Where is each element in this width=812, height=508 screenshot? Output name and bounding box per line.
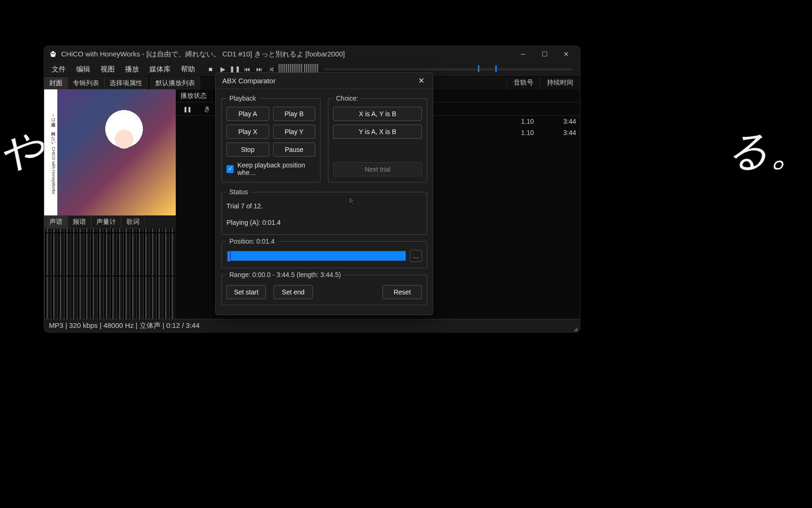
- y-is-a-button[interactable]: Y is A, X is B: [333, 125, 422, 139]
- menu-edit[interactable]: 编辑: [71, 63, 95, 76]
- viz-tab-spectrum[interactable]: 频谱: [68, 215, 91, 229]
- status-group: Status Trial 7 of 12. Playing (A): 0:01.…: [221, 188, 427, 235]
- dialog-title: ABX Comparator: [222, 77, 275, 85]
- set-end-button[interactable]: Set end: [273, 285, 313, 299]
- tab-properties[interactable]: 选择项属性: [104, 77, 148, 89]
- svg-point-0: [52, 53, 53, 54]
- stop-button[interactable]: Stop: [226, 143, 269, 157]
- play-y-button[interactable]: Play Y: [273, 125, 316, 139]
- pause-button[interactable]: Pause: [273, 143, 316, 157]
- background-glyph-right: る。: [726, 122, 812, 180]
- playback-state-header[interactable]: 播放状态: [176, 90, 212, 102]
- tab-album-list[interactable]: 专辑列表: [68, 77, 104, 89]
- viz-tab-lyrics[interactable]: 歌词: [121, 215, 145, 229]
- position-legend: Position: 0:01.4: [226, 238, 278, 245]
- playback-group: Playback Play A Play B Play X Play Y Sto…: [221, 95, 320, 183]
- stop-icon[interactable]: ■: [205, 64, 216, 74]
- close-button[interactable]: ✕: [555, 46, 577, 62]
- position-thumb[interactable]: [227, 251, 231, 262]
- choice-legend: Choice:: [333, 95, 361, 102]
- x-is-a-button[interactable]: X is A, Y is B: [333, 107, 422, 121]
- now-playing-title: き: [199, 103, 216, 115]
- statusbar: MP3 | 320 kbps | 48000 Hz | 立体声 | 0:12 /…: [44, 319, 580, 332]
- col-track-no[interactable]: 音轨号: [507, 77, 540, 89]
- playback-legend: Playback: [226, 95, 259, 102]
- choice-group: Choice: X is A, Y is B Y is A, X is B Ne…: [328, 95, 427, 183]
- status-legend: Status: [226, 188, 251, 196]
- background-glyph-left: や: [0, 122, 43, 180]
- statusbar-text: MP3 | 320 kbps | 48000 Hz | 立体声 | 0:12 /…: [49, 321, 200, 330]
- position-more-button[interactable]: …: [410, 250, 422, 262]
- keep-position-checkbox[interactable]: ✓ Keep playback position whe…: [226, 161, 315, 176]
- seekbar[interactable]: [324, 68, 572, 71]
- status-playing: Playing (A): 0:01.4: [226, 217, 422, 229]
- next-trial-button[interactable]: Next trial: [333, 162, 422, 176]
- duration-cell: 3:44: [542, 118, 580, 125]
- left-pane: ｉは自由で、縛れない。CHiCO with HoneyWorks 声谱 频谱 声…: [44, 89, 176, 319]
- visualization-tabs: 声谱 频谱 声量计 歌词: [44, 215, 176, 229]
- status-trial: Trial 7 of 12.: [226, 200, 422, 212]
- play-x-button[interactable]: Play X: [226, 125, 269, 139]
- menu-help[interactable]: 帮助: [176, 63, 200, 76]
- window-title: CHiCO with HoneyWorks - [iは自由で、縛れない。 CD1…: [61, 50, 512, 59]
- tab-default-playlist[interactable]: 默认播放列表: [150, 77, 200, 89]
- viz-tab-vu[interactable]: 声量计: [91, 215, 121, 229]
- reset-button[interactable]: Reset: [383, 285, 422, 299]
- spectrogram-display: [44, 229, 176, 319]
- menu-file[interactable]: 文件: [47, 63, 70, 76]
- dialog-titlebar[interactable]: ABX Comparator ✕: [216, 73, 433, 89]
- menu-playback[interactable]: 播放: [120, 63, 144, 76]
- checkbox-checked-icon: ✓: [226, 165, 234, 173]
- menu-view[interactable]: 视图: [96, 63, 119, 76]
- pause-indicator-icon: ❚❚: [176, 105, 199, 113]
- app-icon: [49, 50, 57, 58]
- col-duration[interactable]: 持续时间: [540, 77, 580, 89]
- svg-point-1: [54, 53, 55, 54]
- keep-position-label: Keep playback position whe…: [237, 161, 315, 176]
- duration-cell: 3:44: [542, 129, 580, 136]
- seekbar-marker-a[interactable]: [478, 65, 479, 72]
- album-spine-text: ｉは自由で、縛れない。CHiCO with HoneyWorks: [44, 89, 57, 215]
- album-art[interactable]: ｉは自由で、縛れない。CHiCO with HoneyWorks: [44, 89, 176, 215]
- resize-grip-icon[interactable]: ◢: [573, 325, 579, 331]
- titlebar[interactable]: CHiCO with HoneyWorks - [iは自由で、縛れない。 CD1…: [44, 46, 580, 62]
- seekbar-marker-b[interactable]: [495, 65, 497, 72]
- minimize-button[interactable]: ─: [512, 46, 534, 62]
- play-b-button[interactable]: Play B: [273, 107, 316, 121]
- viz-tab-spectrogram[interactable]: 声谱: [44, 215, 68, 229]
- position-slider[interactable]: [226, 251, 406, 261]
- range-legend: Range: 0:00.0 - 3:44.5 (length: 3:44.5): [226, 271, 344, 278]
- track-no-cell: 1.10: [505, 129, 542, 136]
- position-group: Position: 0:01.4 …: [221, 238, 427, 268]
- menu-library[interactable]: 媒体库: [145, 63, 175, 76]
- abx-comparator-dialog: ABX Comparator ✕ Playback Play A Play B …: [215, 72, 433, 315]
- tab-cover[interactable]: 封面: [44, 77, 68, 89]
- set-start-button[interactable]: Set start: [226, 285, 266, 299]
- maximize-button[interactable]: ☐: [534, 46, 555, 62]
- dialog-close-button[interactable]: ✕: [414, 74, 428, 88]
- range-group: Range: 0:00.0 - 3:44.5 (length: 3:44.5) …: [221, 271, 427, 305]
- play-a-button[interactable]: Play A: [226, 107, 269, 121]
- track-no-cell: 1.10: [505, 118, 542, 125]
